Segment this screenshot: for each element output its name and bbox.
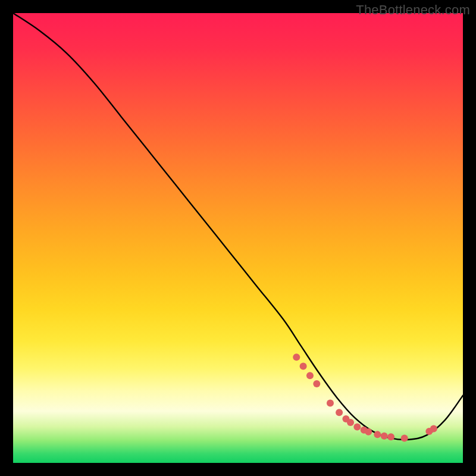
marker-dot (336, 409, 343, 416)
marker-dot (374, 431, 381, 438)
marker-dot (425, 428, 433, 435)
marker-dot (381, 433, 388, 440)
chart-frame: TheBottleneck.com (0, 0, 476, 476)
marker-dot (342, 415, 349, 422)
marker-dot (327, 399, 334, 406)
chart-svg (13, 13, 463, 463)
marker-dot (300, 362, 307, 369)
marker-dot (353, 424, 361, 431)
attribution-watermark: TheBottleneck.com (356, 2, 470, 18)
marker-dot (293, 353, 300, 361)
chart-plot-area (13, 13, 463, 463)
marker-dot (401, 434, 408, 441)
marker-dot (347, 419, 354, 426)
marker-dot (313, 380, 320, 387)
marker-dot (365, 428, 372, 436)
marker-layer (293, 353, 437, 441)
marker-dot (430, 425, 437, 433)
curve-line (13, 13, 463, 440)
marker-dot (387, 433, 394, 440)
marker-dot (361, 427, 368, 434)
marker-dot (306, 372, 314, 379)
